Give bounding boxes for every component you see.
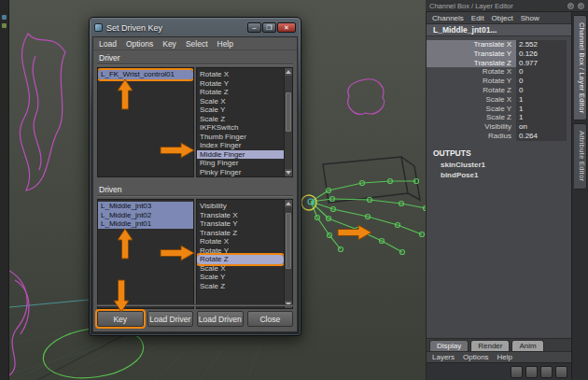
channel-name[interactable]: Translate Y: [427, 49, 516, 59]
new-layer-from-selection-icon[interactable]: [555, 366, 567, 378]
scrollbar-track[interactable]: [285, 207, 292, 301]
close-button[interactable]: ✕: [277, 22, 296, 33]
channel-name[interactable]: Translate Z: [427, 59, 516, 68]
driven-attribute-item[interactable]: Scale Y: [197, 273, 284, 282]
driver-attribute-item[interactable]: IKFKSwitch: [197, 123, 284, 133]
driven-attribute-item[interactable]: Visibility: [197, 202, 284, 211]
channel-row[interactable]: Translate Z 0.977: [427, 59, 571, 68]
channel-name[interactable]: Rotate Z: [427, 86, 516, 95]
channel-value-field[interactable]: 1: [516, 105, 567, 114]
driver-attribute-item[interactable]: Ring Finger: [197, 159, 284, 168]
channel-value-field[interactable]: on: [516, 122, 567, 132]
channel-value-field[interactable]: 0.264: [516, 132, 567, 141]
driver-attribute-item[interactable]: Rotate X: [197, 70, 284, 79]
dialog-button[interactable]: Load Driven: [197, 311, 244, 327]
channel-name[interactable]: Scale Z: [427, 113, 516, 122]
window-titlebar[interactable]: Set Driven Key – ❐ ✕: [90, 18, 301, 35]
channel-value-field[interactable]: 0.126: [516, 49, 567, 59]
panel-toggle-icon[interactable]: [578, 3, 584, 9]
driver-attribute-list[interactable]: Rotate XRotate YRotate ZScale XScale YSc…: [196, 67, 293, 177]
driver-attribute-item[interactable]: Scale X: [197, 97, 284, 106]
toolbar-icon[interactable]: [2, 23, 7, 28]
channel-box-menu-item[interactable]: Edit: [471, 14, 484, 22]
driver-attribute-item[interactable]: Pinky Finger: [197, 168, 284, 177]
driven-object-item[interactable]: L_Middle_jnt03: [98, 202, 193, 211]
move-layer-down-icon[interactable]: [525, 366, 538, 378]
channel-row[interactable]: Scale X 1: [427, 95, 571, 105]
channel-row[interactable]: Rotate Y 0: [427, 77, 571, 86]
dialog-menu-item[interactable]: Load: [99, 39, 117, 49]
new-empty-layer-icon[interactable]: [540, 366, 553, 378]
channel-box-menu-item[interactable]: Show: [521, 14, 539, 22]
scrollbar-thumb[interactable]: [286, 92, 291, 132]
driver-attribute-item[interactable]: Scale Z: [197, 115, 284, 124]
toolbar-icon[interactable]: [2, 15, 7, 20]
dialog-menu-item[interactable]: Options: [126, 39, 153, 49]
channel-row[interactable]: Visibility on: [427, 122, 571, 132]
channel-box-menu-item[interactable]: Channels: [432, 14, 464, 22]
dialog-button[interactable]: Load Driver: [147, 311, 194, 327]
minimize-button[interactable]: –: [247, 22, 261, 33]
driven-attribute-item[interactable]: Translate Z: [197, 229, 284, 238]
driven-attribute-item[interactable]: Rotate X: [197, 237, 284, 246]
driven-attribute-item[interactable]: Scale Z: [197, 282, 284, 291]
dialog-button[interactable]: Close: [247, 311, 294, 327]
layer-menu-item[interactable]: Help: [497, 353, 512, 361]
channel-row[interactable]: Scale Z 1: [427, 113, 571, 122]
layer-editor-tab[interactable]: Display: [429, 340, 469, 351]
driver-attribute-item[interactable]: Index Finger: [197, 141, 284, 150]
driver-attribute-item[interactable]: Thumb Finger: [197, 133, 284, 142]
dialog-menu-item[interactable]: Select: [186, 39, 208, 49]
driven-attribute-scrollbar[interactable]: [284, 200, 292, 308]
channel-row[interactable]: Rotate X 0: [427, 67, 571, 77]
dialog-menu-item[interactable]: Help: [217, 39, 233, 49]
channel-box-node-name[interactable]: L_Middle_jnt01...: [427, 24, 571, 36]
driven-attribute-item[interactable]: Translate Y: [197, 219, 284, 229]
maximize-button[interactable]: ❐: [262, 22, 276, 33]
driver-attribute-scrollbar[interactable]: [284, 68, 292, 176]
dialog-menu-item[interactable]: Key: [162, 39, 176, 49]
channel-row[interactable]: Rotate Z 0: [427, 86, 571, 95]
driver-object-item[interactable]: L_FK_Wrist_control01: [98, 70, 193, 79]
driven-attribute-item[interactable]: Rotate Y: [197, 246, 284, 256]
output-node-item[interactable]: bindPose1: [427, 170, 571, 180]
driver-attribute-item[interactable]: Rotate Y: [197, 79, 284, 89]
channel-row[interactable]: Radius 0.264: [427, 132, 571, 141]
channel-box-menu-item[interactable]: Object: [492, 14, 513, 22]
channel-row[interactable]: Translate Y 0.126: [427, 49, 571, 59]
channel-name[interactable]: Visibility: [427, 122, 516, 132]
channel-value-field[interactable]: 0: [516, 67, 567, 77]
layer-menu-item[interactable]: Layers: [432, 353, 455, 361]
channel-name[interactable]: Rotate X: [427, 67, 516, 77]
layer-editor-tab[interactable]: Render: [470, 340, 510, 351]
driven-attribute-item[interactable]: Rotate Z: [197, 255, 284, 264]
driver-object-list[interactable]: L_FK_Wrist_control01: [97, 67, 194, 177]
side-panel-tab[interactable]: Attribute Editor: [574, 123, 587, 189]
channel-row[interactable]: Translate X 2.552: [427, 40, 571, 49]
side-panel-tab[interactable]: Channel Box / Layer Editor: [574, 15, 587, 120]
driven-object-item[interactable]: L_Middle_jnt02: [98, 211, 193, 220]
channel-value-field[interactable]: 1: [516, 113, 567, 122]
layer-menu-item[interactable]: Options: [463, 353, 489, 361]
channel-name[interactable]: Translate X: [427, 40, 516, 49]
channel-row[interactable]: Scale Y 1: [427, 105, 571, 114]
driver-attribute-item[interactable]: Scale Y: [197, 106, 284, 115]
panel-toggle-icon[interactable]: [567, 3, 574, 9]
output-node-item[interactable]: skinCluster1: [427, 160, 571, 170]
layer-editor-tab[interactable]: Anim: [511, 340, 543, 351]
driven-attribute-list[interactable]: VisibilityTranslate XTranslate YTranslat…: [196, 199, 293, 309]
driven-attribute-item[interactable]: Translate X: [197, 211, 284, 220]
scrollbar-track[interactable]: [285, 76, 292, 169]
channel-value-field[interactable]: 0.977: [516, 59, 567, 68]
driven-attribute-item[interactable]: Scale X: [197, 264, 284, 274]
driver-attribute-item[interactable]: Middle Finger: [197, 150, 284, 160]
channel-value-field[interactable]: 0: [516, 77, 567, 86]
channel-name[interactable]: Scale X: [427, 95, 516, 105]
channel-name[interactable]: Radius: [427, 132, 516, 141]
scroll-up-icon[interactable]: [285, 200, 292, 207]
channel-name[interactable]: Rotate Y: [427, 77, 516, 86]
scroll-up-icon[interactable]: [285, 68, 292, 76]
channel-name[interactable]: Scale Y: [427, 105, 516, 114]
driver-attribute-item[interactable]: Rotate Z: [197, 88, 284, 97]
scrollbar-thumb[interactable]: [286, 213, 291, 269]
